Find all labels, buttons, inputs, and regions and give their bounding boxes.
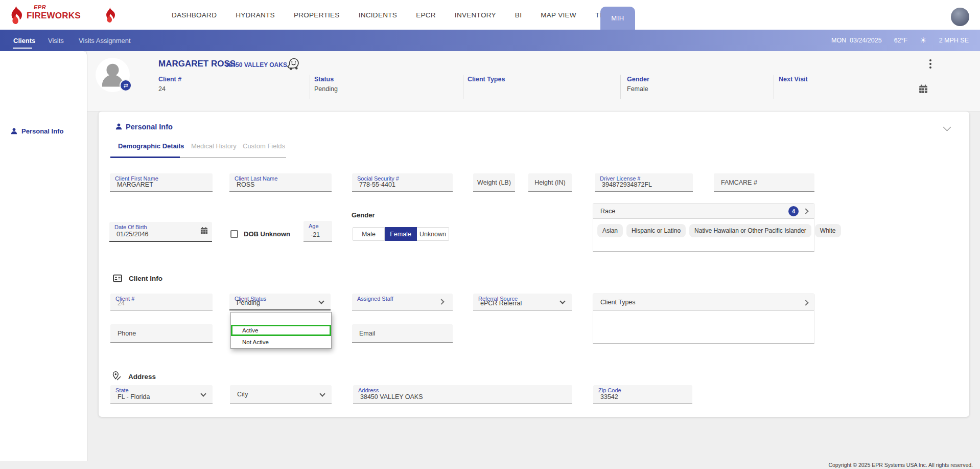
subnav-tab-visits[interactable]: Visits <box>48 30 64 51</box>
header-kebab-menu[interactable] <box>926 57 935 71</box>
app-flame-icon <box>104 7 116 25</box>
header-divider <box>620 75 621 99</box>
gender-option-female[interactable]: Female <box>385 227 417 241</box>
referral-source-select[interactable]: Referral Source ePCR Referral <box>473 294 572 310</box>
person-icon <box>10 127 18 138</box>
height-field[interactable]: Height (IN) <box>528 173 572 192</box>
client-status-dropdown: Active Not Active <box>230 312 332 349</box>
date-of-birth-label: Date Of Birth <box>114 224 147 230</box>
gender-option-unknown[interactable]: Unknown <box>417 227 449 241</box>
copyright-text: Copyright © 2025 EPR Systems USA Inc. Al… <box>828 462 973 468</box>
brand-logo[interactable]: EPR FIREWORKS <box>27 5 81 20</box>
subnav-bar: Clients Visits Visits Assignment MON 03/… <box>0 30 980 51</box>
client-types-label: Client Types <box>600 299 636 306</box>
state-value: FL - Florida <box>118 393 150 400</box>
race-chip[interactable]: White <box>815 224 841 237</box>
referral-source-value: ePCR Referral <box>480 300 522 307</box>
personal-info-card: Personal Info Demographic Details Medica… <box>99 111 969 417</box>
nav-item-bi[interactable]: BI <box>515 11 522 19</box>
subnav-tab-visits-assignment-label: Visits Assignment <box>79 37 131 44</box>
driver-license-field[interactable]: Driver License # 394872934872FL <box>595 173 693 192</box>
zip-code-label: Zip Code <box>598 387 621 393</box>
header-divider <box>310 75 310 99</box>
tab-custom-fields[interactable]: Custom Fields <box>243 142 285 150</box>
famcare-field[interactable]: FAMCARE # <box>714 173 814 192</box>
race-count-badge: 4 <box>788 206 799 216</box>
city-placeholder: City <box>237 391 248 398</box>
nav-item-map-view[interactable]: MAP VIEW <box>541 11 576 19</box>
weight-field[interactable]: Weight (LB) <box>473 173 515 192</box>
social-security-field[interactable]: Social Security # 778-55-4401 <box>352 173 453 192</box>
nav-item-hydrants[interactable]: HYDRANTS <box>236 11 275 19</box>
subnav-active-underline <box>13 48 32 49</box>
state-select[interactable]: State FL - Florida <box>110 385 213 404</box>
email-placeholder: Email <box>359 330 375 337</box>
age-field[interactable]: Age -21 <box>304 221 332 242</box>
race-chips: Asian Hispanic or Latino Native Hawaiian… <box>597 224 841 237</box>
nav-item-incidents[interactable]: INCIDENTS <box>359 11 397 19</box>
famcare-placeholder: FAMCARE # <box>721 179 757 186</box>
age-value: -21 <box>311 231 320 238</box>
collapse-chevron-icon[interactable] <box>943 123 951 131</box>
phone-placeholder: Phone <box>118 330 136 337</box>
client-header: ⇄ MARGARET ROSS 38450 VALLEY OAKS Client… <box>87 51 980 111</box>
waze-icon[interactable] <box>286 56 300 73</box>
status-option-not-active[interactable]: Not Active <box>231 336 331 348</box>
address-pin-icon <box>111 371 122 383</box>
client-types-panel: Client Types <box>593 294 814 344</box>
client-types-panel-header[interactable]: Client Types <box>593 294 814 311</box>
user-avatar[interactable] <box>951 8 969 26</box>
race-panel: Race 4 Asian Hispanic or Latino Native H… <box>593 203 814 252</box>
gender-segmented-control: Male Female Unknown <box>353 227 449 241</box>
status-option-blank[interactable] <box>231 312 331 325</box>
top-nav: EPR FIREWORKS DASHBOARD HYDRANTS PROPERT… <box>0 0 980 30</box>
weather-strip: MON 03/24/2025 62°F ☀ 2 MPH SE <box>831 30 969 51</box>
client-status-select[interactable]: Client Status Pending <box>229 294 331 310</box>
nav-item-properties[interactable]: PROPERTIES <box>294 11 340 19</box>
race-chip[interactable]: Asian <box>597 224 623 237</box>
sidebar-item-label: Personal Info <box>21 127 63 135</box>
address-value: 38450 VALLEY OAKS <box>360 393 423 400</box>
date-label: MON 03/24/2025 <box>831 37 882 44</box>
gender-option-male[interactable]: Male <box>353 227 385 241</box>
city-select[interactable]: City <box>230 385 332 404</box>
tab-demographic-details[interactable]: Demographic Details <box>118 142 184 150</box>
nav-item-inventory[interactable]: INVENTORY <box>455 11 496 19</box>
swap-client-badge[interactable]: ⇄ <box>120 79 132 92</box>
chevron-down-icon <box>200 391 206 396</box>
nav-item-dashboard[interactable]: DASHBOARD <box>172 11 217 19</box>
subnav-tab-visits-label: Visits <box>48 37 64 44</box>
client-name: MARGARET ROSS <box>158 59 236 69</box>
assigned-staff-field[interactable]: Assigned Staff <box>352 294 453 310</box>
card-title: Personal Info <box>126 123 173 131</box>
client-first-name-field[interactable]: Client First Name MARGARET <box>110 173 213 192</box>
zip-code-value: 33542 <box>600 393 618 400</box>
header-next-visit-label: Next Visit <box>779 76 808 83</box>
nav-item-mih-active[interactable]: MIH <box>600 7 635 30</box>
nav-item-epcr[interactable]: EPCR <box>416 11 436 19</box>
header-client-number-label: Client # <box>158 76 181 83</box>
subnav-tab-visits-assignment[interactable]: Visits Assignment <box>79 30 131 51</box>
race-panel-header[interactable]: Race 4 <box>593 204 814 219</box>
dob-calendar-icon[interactable] <box>200 227 208 236</box>
header-gender-label: Gender <box>627 76 649 83</box>
sidebar-item-personal-info[interactable]: Personal Info <box>0 122 87 142</box>
tab-medical-history[interactable]: Medical History <box>191 142 237 150</box>
race-chip[interactable]: Native Hawaiian or Other Pacific Islande… <box>689 224 811 237</box>
weight-placeholder: Weight (LB) <box>473 179 515 186</box>
id-card-icon <box>113 274 122 284</box>
zip-code-field[interactable]: Zip Code 33542 <box>593 385 692 404</box>
address-field[interactable]: Address 38450 VALLEY OAKS <box>353 385 572 404</box>
header-status-value: Pending <box>314 85 338 93</box>
temperature-label: 62°F <box>894 37 908 44</box>
race-chip[interactable]: Hispanic or Latino <box>626 224 686 237</box>
phone-field[interactable]: Phone <box>110 324 213 343</box>
next-visit-calendar-icon[interactable] <box>919 84 928 96</box>
client-last-name-field[interactable]: Client Last Name ROSS <box>229 173 332 192</box>
status-option-active[interactable]: Active <box>231 325 331 336</box>
header-client-types-label: Client Types <box>468 76 505 83</box>
email-field[interactable]: Email <box>352 324 453 343</box>
date-of-birth-field[interactable]: Date Of Birth 01/25/2046 <box>109 222 212 242</box>
client-address-link[interactable]: 38450 VALLEY OAKS <box>225 61 287 69</box>
dob-unknown-checkbox[interactable] <box>230 230 238 238</box>
